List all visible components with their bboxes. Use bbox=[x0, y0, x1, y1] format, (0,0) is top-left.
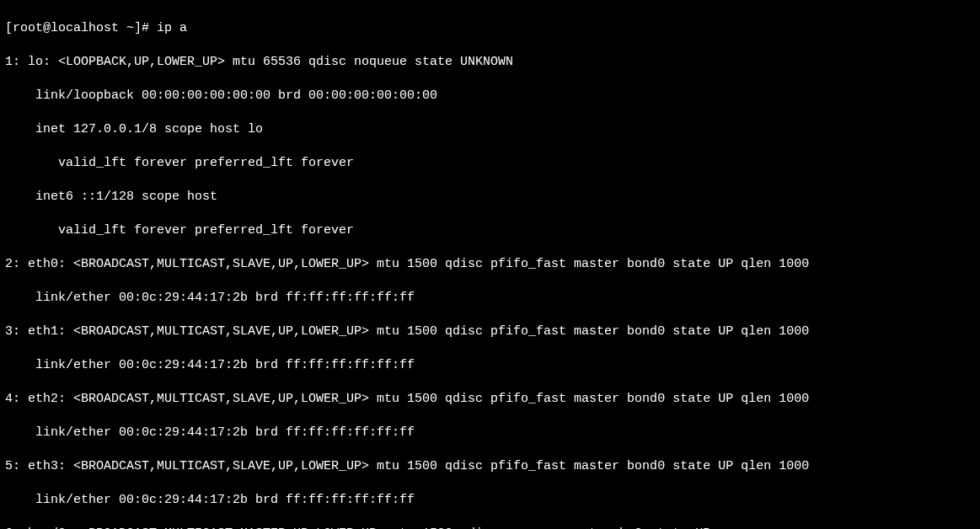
iface-eth3-header: 5: eth3: <BROADCAST,MULTICAST,SLAVE,UP,L… bbox=[5, 458, 975, 475]
iface-lo-inet: inet 127.0.0.1/8 scope host lo bbox=[5, 121, 975, 138]
terminal-output[interactable]: [root@localhost ~]# ip a 1: lo: <LOOPBAC… bbox=[0, 0, 980, 529]
iface-lo-header: 1: lo: <LOOPBACK,UP,LOWER_UP> mtu 65536 … bbox=[5, 54, 975, 71]
iface-lo-link: link/loopback 00:00:00:00:00:00 brd 00:0… bbox=[5, 88, 975, 104]
iface-eth0-link: link/ether 00:0c:29:44:17:2b brd ff:ff:f… bbox=[5, 290, 975, 307]
iface-eth3-link: link/ether 00:0c:29:44:17:2b brd ff:ff:f… bbox=[5, 492, 975, 509]
iface-eth2-header: 4: eth2: <BROADCAST,MULTICAST,SLAVE,UP,L… bbox=[5, 391, 975, 408]
iface-bond0-header: 6: bond0: <BROADCAST,MULTICAST,MASTER,UP… bbox=[5, 526, 975, 529]
iface-lo-valid: valid_lft forever preferred_lft forever bbox=[5, 155, 975, 172]
iface-eth0-header: 2: eth0: <BROADCAST,MULTICAST,SLAVE,UP,L… bbox=[5, 256, 975, 273]
iface-eth1-link: link/ether 00:0c:29:44:17:2b brd ff:ff:f… bbox=[5, 357, 975, 374]
prompt-line: [root@localhost ~]# ip a bbox=[5, 20, 975, 37]
iface-lo-inet6: inet6 ::1/128 scope host bbox=[5, 189, 975, 206]
iface-eth2-link: link/ether 00:0c:29:44:17:2b brd ff:ff:f… bbox=[5, 425, 975, 441]
iface-eth1-header: 3: eth1: <BROADCAST,MULTICAST,SLAVE,UP,L… bbox=[5, 323, 975, 340]
iface-lo-valid6: valid_lft forever preferred_lft forever bbox=[5, 222, 975, 239]
